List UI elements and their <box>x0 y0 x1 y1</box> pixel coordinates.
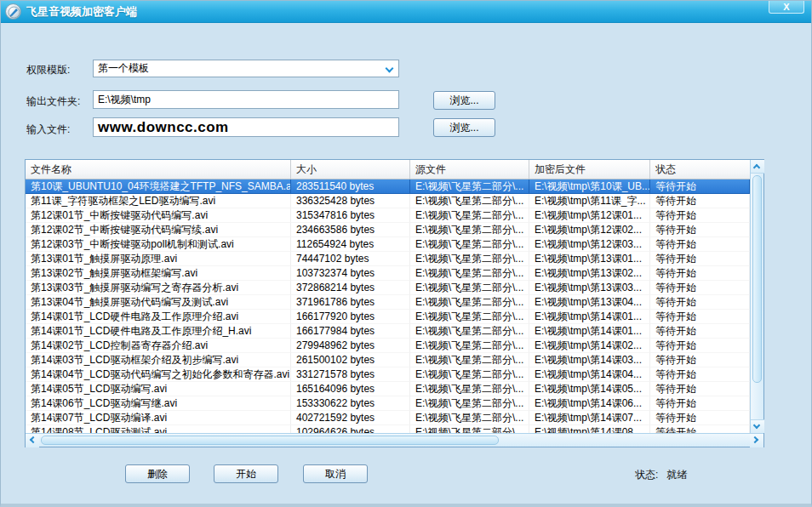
cell-source: E:\视频\飞星第二部分\... <box>410 382 529 396</box>
cell-source: E:\视频\飞星第二部分\... <box>410 281 529 295</box>
close-button[interactable]: X <box>769 1 804 14</box>
browse-output-button[interactable]: 浏览... <box>433 91 495 110</box>
cell-name: 第14课01节_LCD硬件电路及工作原理介绍.avi <box>26 310 291 324</box>
column-header-size[interactable]: 大小 <box>291 160 410 179</box>
column-header-filename[interactable]: 文件名称 <box>26 160 291 179</box>
scroll-down-icon[interactable] <box>751 419 764 433</box>
table-row[interactable]: 第14课01节_LCD硬件电路及工作原理介绍_H.avi166177984 by… <box>26 324 750 339</box>
input-file-value: www.downcc.com <box>98 119 229 136</box>
table-row[interactable]: 第14课06节_LCD驱动编写继.avi153330622 bytesE:\视频… <box>26 396 750 411</box>
cell-size: 372868214 bytes <box>291 281 410 295</box>
cell-name: 第11课_字符驱动框架之LED驱动编写.avi <box>26 194 291 208</box>
table-row[interactable]: 第14课04节_LCD驱动代码编写之初始化参数和寄存器.avi331271578… <box>26 367 750 382</box>
horizontal-scrollbar-thumb[interactable] <box>41 436 499 445</box>
table-row[interactable]: 第12课01节_中断按键驱动代码编写.avi315347816 bytesE:\… <box>26 208 750 223</box>
cell-source: E:\视频\飞星第二部分\... <box>410 367 529 382</box>
cell-output: E:\视频\tmp\第14课03... <box>529 353 650 367</box>
scroll-left-icon[interactable] <box>26 434 39 447</box>
cell-name: 第14课02节_LCD控制器寄存器介绍.avi <box>26 339 291 353</box>
cell-source: E:\视频\飞星第二部分\... <box>410 411 529 425</box>
chevron-down-icon <box>386 65 394 73</box>
template-select[interactable]: 第一个模板 <box>93 60 399 77</box>
cell-source: E:\视频\飞星第二部分\... <box>410 339 529 353</box>
table-row[interactable]: 第14课02节_LCD控制器寄存器介绍.avi279948962 bytesE:… <box>26 339 750 353</box>
table-row[interactable]: 第11课_字符驱动框架之LED驱动编写.avi336325428 bytesE:… <box>26 194 750 208</box>
cell-size: 103732374 bytes <box>291 266 410 281</box>
cell-source: E:\视频\飞星第二部分\... <box>410 266 529 281</box>
cell-output: E:\视频\tmp\第12课01... <box>529 208 650 223</box>
cell-output: E:\视频\tmp\第12课03... <box>529 237 650 252</box>
cell-output: E:\视频\tmp\第14课01... <box>529 310 650 324</box>
table-row[interactable]: 第13课03节_触摸屏驱动编写之寄存器分析.avi372868214 bytes… <box>26 281 750 295</box>
table-row[interactable]: 第14课07节_LCD驱动编译.avi402721592 bytesE:\视频\… <box>26 411 750 425</box>
cell-name: 第14课08节_LCD驱动测试.avi <box>26 425 291 433</box>
cell-output: E:\视频\tmp\第13课04... <box>529 295 650 310</box>
cell-size: 166177920 bytes <box>291 310 410 324</box>
cell-size: 261500102 bytes <box>291 353 410 367</box>
cell-name: 第13课04节_触摸屏驱动代码编写及测试.avi <box>26 295 291 310</box>
app-window: 飞星音视频加密客户端 X 权限模版: 第一个模板 输出文件夹: E:\视频\tm… <box>0 0 812 507</box>
column-header-source[interactable]: 源文件 <box>410 160 529 179</box>
output-folder-input[interactable]: E:\视频\tmp <box>93 90 399 109</box>
cell-name: 第14课04节_LCD驱动代码编写之初始化参数和寄存器.avi <box>26 367 291 382</box>
table-row[interactable]: 第13课01节_触摸屏驱动原理.avi74447102 bytesE:\视频\飞… <box>26 252 750 266</box>
cell-output: E:\视频\tmp\第13课01... <box>529 252 650 266</box>
cell-source: E:\视频\飞星第二部分\... <box>410 353 529 367</box>
table-row[interactable]: 第14课03节_LCD驱动框架介绍及初步编写.avi261500102 byte… <box>26 353 750 367</box>
cell-size: 371961786 bytes <box>291 295 410 310</box>
output-folder-value: E:\视频\tmp <box>98 93 151 107</box>
cancel-button[interactable]: 取消 <box>303 464 368 483</box>
cell-output: E:\视频\tmp\第14课04... <box>529 367 650 382</box>
cell-status: 等待开始 <box>650 411 750 425</box>
cell-status: 等待开始 <box>650 208 750 223</box>
cell-source: E:\视频\飞星第二部分\... <box>410 179 529 194</box>
cell-output: E:\视频\tmp\第14课01... <box>529 324 650 339</box>
cell-status: 等待开始 <box>650 339 750 353</box>
cell-status: 等待开始 <box>650 179 750 194</box>
cell-output: E:\视频\tmp\第14课02... <box>529 339 650 353</box>
cell-source: E:\视频\飞星第二部分\... <box>410 237 529 252</box>
cell-size: 331271578 bytes <box>291 367 410 382</box>
input-file-input[interactable]: www.downcc.com <box>93 117 399 137</box>
scroll-right-icon[interactable] <box>750 434 763 447</box>
vertical-scrollbar[interactable] <box>750 160 763 433</box>
window-title: 飞星音视频加密客户端 <box>26 1 137 23</box>
cell-name: 第14课07节_LCD驱动编译.avi <box>26 411 291 425</box>
input-file-label: 输入文件: <box>26 122 70 137</box>
cell-name: 第14课05节_LCD驱动编写.avi <box>26 382 291 396</box>
app-icon <box>5 3 21 20</box>
table-row[interactable]: 第12课02节_中断按键驱动代码编写续.avi234663586 bytesE:… <box>26 223 750 237</box>
table-row[interactable]: 第12课03节_中断按键驱动poll机制和测试.avi112654924 byt… <box>26 237 750 252</box>
cell-output: E:\视频\tmp\第13课03... <box>529 281 650 295</box>
horizontal-scrollbar[interactable] <box>26 433 763 447</box>
cell-status: 等待开始 <box>650 223 750 237</box>
table-row[interactable]: 第14课08节_LCD驱动测试.avi102964626 bytesE:\视频\… <box>26 425 750 433</box>
table-row[interactable]: 第10课_UBUNTU10_04环境搭建之TFTP_NFS_SAMBA.avi2… <box>26 179 750 194</box>
cell-size: 279948962 bytes <box>291 339 410 353</box>
table-row[interactable]: 第13课02节_触摸屏驱动框架编写.avi103732374 bytesE:\视… <box>26 266 750 281</box>
cell-status: 等待开始 <box>650 425 750 433</box>
table-header: 文件名称 大小 源文件 加密后文件 状态 <box>26 160 750 179</box>
table-body: 第10课_UBUNTU10_04环境搭建之TFTP_NFS_SAMBA.avi2… <box>26 179 750 433</box>
browse-input-button[interactable]: 浏览... <box>433 118 495 137</box>
output-folder-label: 输出文件夹: <box>26 94 80 109</box>
cell-source: E:\视频\飞星第二部分\... <box>410 324 529 339</box>
vertical-scrollbar-thumb[interactable] <box>752 175 762 383</box>
start-button[interactable]: 开始 <box>214 464 278 483</box>
cell-size: 74447102 bytes <box>291 252 410 266</box>
delete-button[interactable]: 删除 <box>125 464 190 483</box>
cell-name: 第14课06节_LCD驱动编写继.avi <box>26 396 291 411</box>
table-row[interactable]: 第13课04节_触摸屏驱动代码编写及测试.avi371961786 bytesE… <box>26 295 750 310</box>
template-selected-value: 第一个模板 <box>98 61 149 76</box>
cell-source: E:\视频\飞星第二部分\... <box>410 295 529 310</box>
cell-output: E:\视频\tmp\第10课_UB... <box>529 179 650 194</box>
scroll-up-icon[interactable] <box>751 160 764 174</box>
column-header-output[interactable]: 加密后文件 <box>529 160 650 179</box>
table-row[interactable]: 第14课05节_LCD驱动编写.avi165164096 bytesE:\视频\… <box>26 382 750 396</box>
cell-size: 112654924 bytes <box>291 237 410 252</box>
template-label: 权限模版: <box>26 63 70 77</box>
column-header-status[interactable]: 状态 <box>650 160 750 179</box>
table-row[interactable]: 第14课01节_LCD硬件电路及工作原理介绍.avi166177920 byte… <box>26 310 750 324</box>
cell-source: E:\视频\飞星第二部分\... <box>410 223 529 237</box>
status-label: 状态: <box>635 469 658 481</box>
